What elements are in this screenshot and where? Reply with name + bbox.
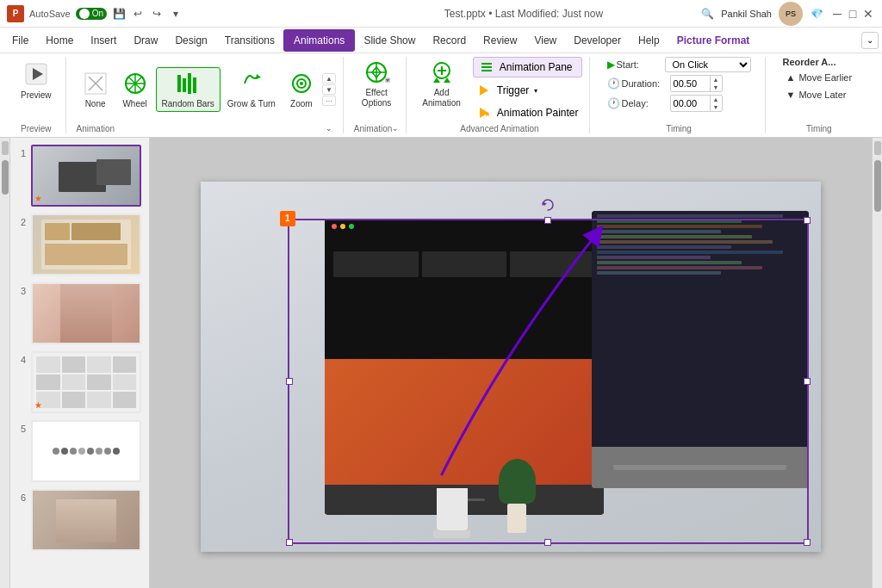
menu-picture-format[interactable]: Picture Format [668,31,759,50]
monitor-content [325,234,604,486]
search-icon[interactable]: 🔍 [700,7,714,21]
menu-file[interactable]: File [3,31,37,50]
animation-group-label: Animation [77,124,115,133]
v-scroll-thumb-right[interactable] [874,160,881,212]
reorder-label: Reorder A... [783,57,856,67]
animation-group-expand[interactable]: ⌄ [326,124,332,133]
anim-random-bars-icon [174,70,202,97]
menu-help[interactable]: Help [630,31,668,50]
duration-spinner: ▲ ▼ [710,76,722,91]
slide-content-3 [33,284,140,343]
anim-none-btn[interactable]: None [77,68,115,111]
scroll-up-thumb[interactable] [2,141,9,155]
anim-grow-turn-btn[interactable]: Grow & Turn [222,68,281,111]
slide-img-4[interactable]: ★ [31,351,141,413]
slide-thumb-3[interactable]: 3 [14,282,146,344]
maximize-btn[interactable]: □ [846,7,860,21]
slide-img-3[interactable] [31,282,141,344]
diamond-icon[interactable]: 💎 [810,7,823,21]
slide-img-1[interactable]: ★ [31,145,141,207]
move-earlier-btn[interactable]: ▲ Move Earlier [783,71,856,84]
ribbon-group-reorder: Reorder A... ▲ Move Earlier ▼ Move Later… [769,57,870,133]
right-scrollbar[interactable] [872,138,882,588]
scroll-more-btn[interactable]: ⋯ [322,96,336,106]
slide-thumb-5[interactable]: 5 [14,420,146,482]
scroll-up-btn-right[interactable] [874,141,881,155]
preview-button[interactable]: Preview [14,57,59,104]
trigger-btn[interactable]: Trigger ▾ [473,81,582,100]
slide-thumb-1[interactable]: 1 ★ [14,145,146,207]
add-animation-btn[interactable]: AddAnimation [417,57,465,110]
slide-thumb-4[interactable]: 4 ★ [14,351,146,413]
slide-img-6[interactable] [31,489,141,551]
scroll-up-btn[interactable]: ▲ [322,73,336,84]
scroll-down-btn[interactable]: ▼ [322,84,336,95]
delay-up-btn[interactable]: ▲ [710,96,722,103]
start-select[interactable]: On Click With Previous After Previous [665,57,751,72]
slide-img-5[interactable] [31,420,141,482]
slide-thumb-6[interactable]: 6 [14,489,146,551]
animation-painter-icon [476,105,492,121]
anim-random-bars-label: Random Bars [162,99,214,109]
slide-img-2[interactable] [31,214,141,275]
menu-transitions[interactable]: Transitions [216,31,283,50]
animation-painter-btn[interactable]: Animation Painter [473,103,582,122]
canvas-area: 1 [150,138,872,588]
delay-input[interactable] [671,97,710,109]
preview-group-label: Preview [21,124,52,133]
slide-content-2 [33,215,140,274]
ribbon-toggle[interactable]: ⌄ [861,32,879,49]
menu-view[interactable]: View [525,31,565,50]
effect-options-expand[interactable]: ⌄ [392,124,399,133]
undo-icon[interactable]: ↩ [131,7,145,21]
laptop-screen [592,211,809,447]
preview-icon [22,60,50,88]
delay-label-wrap: 🕐 Delay: [607,97,667,109]
minimize-btn[interactable]: ─ [830,7,844,21]
duration-up-btn[interactable]: ▲ [710,76,722,84]
slide-content-4 [33,353,140,412]
app-logo: P [7,5,24,22]
menu-record[interactable]: Record [424,31,475,50]
file-name: Test.pptx [444,8,486,20]
left-scrollbar[interactable] [0,138,10,588]
svg-rect-29 [481,63,492,65]
menu-draw[interactable]: Draw [125,31,166,50]
svg-point-17 [300,82,303,85]
effect-options-btn[interactable]: Effect Options [356,57,397,110]
monitor-grid [333,251,595,277]
menu-slideshow[interactable]: Slide Show [355,31,424,50]
animation-pane-btn[interactable]: Animation Pane [473,57,582,77]
save-icon[interactable]: 💾 [112,7,126,21]
duration-input[interactable] [671,77,710,90]
menu-review[interactable]: Review [475,31,525,50]
menu-home[interactable]: Home [37,31,82,50]
title-bar: P AutoSave On 💾 ↩ ↪ ▾ Test.pptx • Last M… [0,0,882,28]
redo-icon[interactable]: ↪ [150,7,164,21]
slide-canvas[interactable]: 1 [201,182,821,552]
user-avatar[interactable]: PS [779,2,803,26]
animation-pane-label: Animation Pane [500,61,573,73]
slide-thumb-2[interactable]: 2 [14,214,146,275]
slide-image: 1 [201,182,821,552]
v-scroll-thumb[interactable] [2,160,9,195]
duration-down-btn[interactable]: ▼ [710,84,722,91]
autosave-toggle[interactable]: On [76,8,107,20]
slide-num-3: 3 [14,286,26,296]
delay-down-btn[interactable]: ▼ [710,103,722,111]
menu-animations[interactable]: Animations [283,29,355,52]
svg-rect-12 [188,73,191,94]
anim-wheel-btn[interactable]: Wheel [116,68,154,111]
star-1: ★ [34,194,42,203]
menu-developer[interactable]: Developer [565,31,630,50]
move-later-btn[interactable]: ▼ Move Later [783,88,856,102]
collapse-ribbon-btn[interactable]: ⌄ [861,32,879,49]
animation-painter-label: Animation Painter [497,107,579,119]
anim-random-bars-btn[interactable]: Random Bars [156,67,220,112]
menu-design[interactable]: Design [166,31,215,50]
customize-icon[interactable]: ▾ [169,7,183,21]
close-btn[interactable]: ✕ [861,7,875,21]
anim-zoom-btn[interactable]: Zoom [283,68,320,111]
delay-spinner: ▲ ▼ [710,96,722,111]
menu-insert[interactable]: Insert [82,31,125,50]
